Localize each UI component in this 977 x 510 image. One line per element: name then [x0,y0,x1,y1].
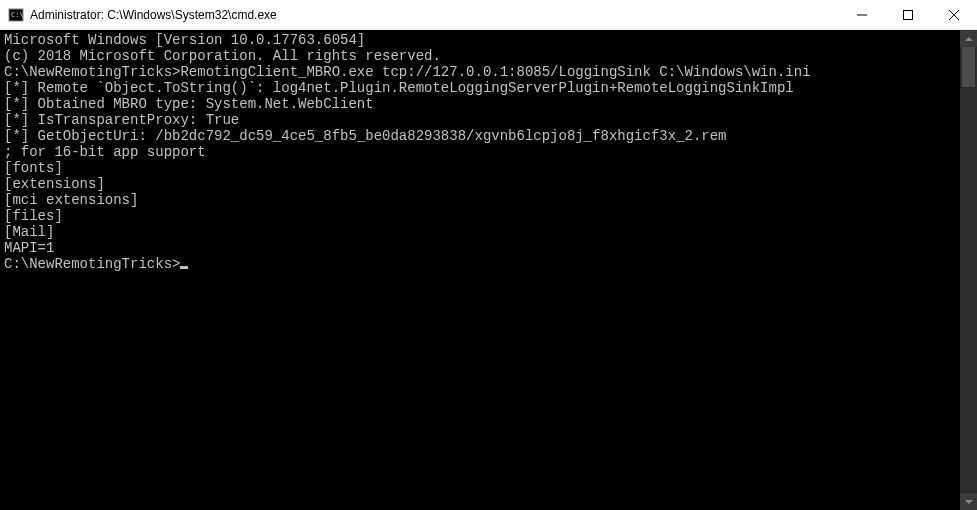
terminal-line: [*] IsTransparentProxy: True [4,112,956,128]
cmd-window: C:\ Administrator: C:\Windows\System32\c… [0,0,977,510]
terminal-line: (c) 2018 Microsoft Corporation. All righ… [4,48,956,64]
terminal-line: [*] Obtained MBRO type: System.Net.WebCl… [4,96,956,112]
terminal-line: C:\NewRemotingTricks> [4,256,956,272]
terminal-line: [extensions] [4,176,956,192]
cmd-icon: C:\ [8,7,24,23]
terminal-line: [files] [4,208,956,224]
maximize-button[interactable] [885,0,931,29]
scroll-down-button[interactable] [960,493,977,510]
text-cursor [180,266,188,269]
terminal-line: [mci extensions] [4,192,956,208]
scroll-up-button[interactable] [960,30,977,47]
terminal-output[interactable]: Microsoft Windows [Version 10.0.17763.60… [0,30,960,510]
titlebar-left: C:\ Administrator: C:\Windows\System32\c… [0,7,277,23]
terminal-line: [fonts] [4,160,956,176]
terminal-line: [*] GetObjectUri: /bb2dc792_dc59_4ce5_8f… [4,128,956,144]
window-controls [839,0,977,29]
terminal-line: C:\NewRemotingTricks>RemotingClient_MBRO… [4,64,956,80]
scroll-thumb[interactable] [962,47,975,87]
minimize-button[interactable] [839,0,885,29]
terminal-line: [*] Remote `Object.ToString()`: log4net.… [4,80,956,96]
chevron-up-icon [965,37,973,41]
svg-rect-3 [904,10,913,19]
window-title: Administrator: C:\Windows\System32\cmd.e… [30,8,277,22]
terminal-line: MAPI=1 [4,240,956,256]
terminal-line: Microsoft Windows [Version 10.0.17763.60… [4,32,956,48]
terminal-line: ; for 16-bit app support [4,144,956,160]
close-button[interactable] [931,0,977,29]
terminal-line: [Mail] [4,224,956,240]
svg-text:C:\: C:\ [11,11,24,19]
chevron-down-icon [965,500,973,504]
vertical-scrollbar[interactable] [960,30,977,510]
titlebar[interactable]: C:\ Administrator: C:\Windows\System32\c… [0,0,977,30]
terminal-area: Microsoft Windows [Version 10.0.17763.60… [0,30,977,510]
